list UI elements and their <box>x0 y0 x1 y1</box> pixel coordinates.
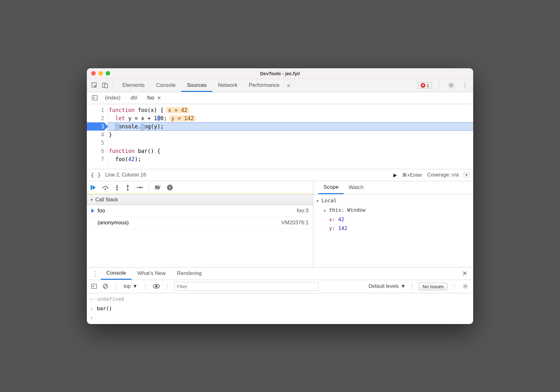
file-tab-label: foo <box>147 95 154 101</box>
more-options-icon[interactable]: ⋮ <box>460 81 470 89</box>
step-over-icon[interactable] <box>102 185 109 190</box>
code-line[interactable]: console.log(y); <box>108 122 473 131</box>
code-line[interactable]: foo(42); <box>108 155 473 163</box>
pretty-print-icon[interactable]: { } <box>91 172 101 178</box>
step-into-icon[interactable] <box>115 184 120 191</box>
file-tab[interactable]: foo✕ <box>142 92 166 104</box>
console-output[interactable]: ‹·undefined›bar()› <box>87 293 473 324</box>
call-stack-frame[interactable]: (anonymous)VM20376:1 <box>87 217 313 229</box>
inspect-element-icon[interactable] <box>91 82 98 88</box>
line-number[interactable]: 1 <box>87 106 104 114</box>
more-tabs-icon[interactable]: » <box>285 82 292 89</box>
error-icon: ✕ <box>421 83 425 88</box>
tab-performance[interactable]: Performance <box>243 79 285 92</box>
code-line[interactable]: function bar() { <box>108 147 473 155</box>
pause-exceptions-icon[interactable]: II <box>167 185 173 190</box>
console-row[interactable]: ‹·undefined <box>87 294 473 304</box>
frame-location: foo:3 <box>297 208 309 214</box>
coverage-status: Coverage: n/a <box>427 172 459 178</box>
debugger-panes: II ▼ Call Stack foofoo:3(anonymous)VM203… <box>87 181 473 267</box>
inline-value-hint: x = 42 <box>166 107 189 113</box>
error-count: 1 <box>427 83 429 88</box>
drawer-tab-what-s-new[interactable]: What's New <box>132 267 171 280</box>
console-text: undefined <box>97 294 124 304</box>
side-tab-watch[interactable]: Watch <box>344 181 369 194</box>
sidebar-toggle-icon[interactable] <box>90 283 98 289</box>
line-number[interactable]: 5 <box>87 139 104 147</box>
error-count-badge[interactable]: ✕ 1 <box>418 82 432 89</box>
deactivate-breakpoints-icon[interactable] <box>154 185 161 190</box>
code-line[interactable]: let y = x + 100;y = 142 <box>108 114 473 122</box>
tab-elements[interactable]: Elements <box>117 79 150 92</box>
call-stack-frame[interactable]: foofoo:3 <box>87 205 313 217</box>
line-number[interactable]: 3 <box>87 122 104 131</box>
scope-variable[interactable]: x: 42 <box>324 215 470 224</box>
svg-point-7 <box>116 189 118 191</box>
code-editor[interactable]: 1234567 function foo(x) {x = 42 let y = … <box>87 104 473 169</box>
disclosure-triangle-icon: ▼ <box>90 198 93 202</box>
navigator-toggle-icon[interactable] <box>89 95 100 101</box>
frame-name: foo <box>98 208 105 214</box>
code-line[interactable]: function foo(x) {x = 42 <box>108 106 473 114</box>
console-prompt[interactable]: › <box>87 313 473 323</box>
divider <box>145 283 145 290</box>
drawer-more-icon[interactable]: ⋮ <box>89 270 101 277</box>
settings-gear-icon[interactable] <box>446 82 456 88</box>
svg-point-6 <box>105 188 106 190</box>
window-title: DevTools - jec.fyi/ <box>87 71 473 76</box>
dropdown-icon[interactable]: ▼ <box>464 172 469 177</box>
context-selector[interactable]: top ▼ <box>122 283 139 289</box>
close-tab-icon[interactable]: ✕ <box>157 95 161 101</box>
divider <box>113 81 114 89</box>
resume-icon[interactable] <box>90 184 96 191</box>
issues-button[interactable]: No Issues <box>418 283 448 290</box>
console-row[interactable]: ›bar() <box>87 304 473 313</box>
svg-line-14 <box>104 285 107 288</box>
console-filter-input[interactable] <box>174 282 319 291</box>
inline-value-hint: y = 142 <box>169 115 196 121</box>
code-content[interactable]: function foo(x) {x = 42 let y = x + 100;… <box>108 104 473 169</box>
debugger-right-pane: ScopeWatch ▼Local ▶this: Windowx: 42y: 1… <box>313 181 473 267</box>
scope-variable[interactable]: y: 142 <box>324 224 470 233</box>
close-drawer-icon[interactable]: ✕ <box>459 270 471 277</box>
svg-point-3 <box>450 84 452 86</box>
debugger-toolbar: II <box>87 181 313 194</box>
tab-sources[interactable]: Sources <box>181 79 212 92</box>
editor-statusbar: { } Line 2, Column 16 ▶ ⌘+Enter Coverage… <box>87 169 473 181</box>
log-levels-selector[interactable]: Default levels ▼ <box>368 283 406 289</box>
frame-name: (anonymous) <box>98 220 129 226</box>
input-chevron-icon: › <box>90 313 94 323</box>
run-snippet-icon[interactable]: ▶ <box>393 172 397 178</box>
call-stack-header[interactable]: ▼ Call Stack <box>87 194 313 205</box>
scope-group[interactable]: ▼Local <box>316 196 470 206</box>
line-number-gutter[interactable]: 1234567 <box>87 104 108 169</box>
step-out-icon[interactable] <box>125 184 130 191</box>
input-chevron-icon: › <box>90 304 94 313</box>
code-line[interactable] <box>108 139 473 147</box>
step-icon[interactable] <box>136 185 143 190</box>
drawer-tab-rendering[interactable]: Rendering <box>171 267 207 280</box>
line-number[interactable]: 2 <box>87 114 104 122</box>
file-tab-label: (index) <box>105 95 120 101</box>
console-toolbar: top ▼ Default levels ▼ No Issues <box>87 280 473 293</box>
tab-network[interactable]: Network <box>212 79 243 92</box>
line-number[interactable]: 6 <box>87 147 104 155</box>
code-line[interactable]: } <box>108 131 473 139</box>
side-tab-scope[interactable]: Scope <box>318 181 344 194</box>
tab-console[interactable]: Console <box>150 79 181 92</box>
svg-point-16 <box>155 285 158 288</box>
clear-console-icon[interactable] <box>101 283 109 289</box>
line-number[interactable]: 7 <box>87 155 104 163</box>
scope-variable[interactable]: ▶this: Window <box>324 206 470 215</box>
file-tab[interactable]: dbl <box>126 92 142 104</box>
live-expression-icon[interactable] <box>152 284 161 289</box>
scope-variables: ▼Local ▶this: Windowx: 42y: 142 <box>313 194 473 235</box>
line-number[interactable]: 4 <box>87 131 104 139</box>
drawer-tab-console[interactable]: Console <box>101 267 132 280</box>
device-toolbar-icon[interactable] <box>102 82 108 88</box>
divider <box>167 283 168 290</box>
file-tab[interactable]: (index) <box>100 92 126 104</box>
titlebar: DevTools - jec.fyi/ <box>87 68 473 79</box>
console-settings-icon[interactable] <box>461 283 470 289</box>
svg-rect-5 <box>91 185 92 190</box>
